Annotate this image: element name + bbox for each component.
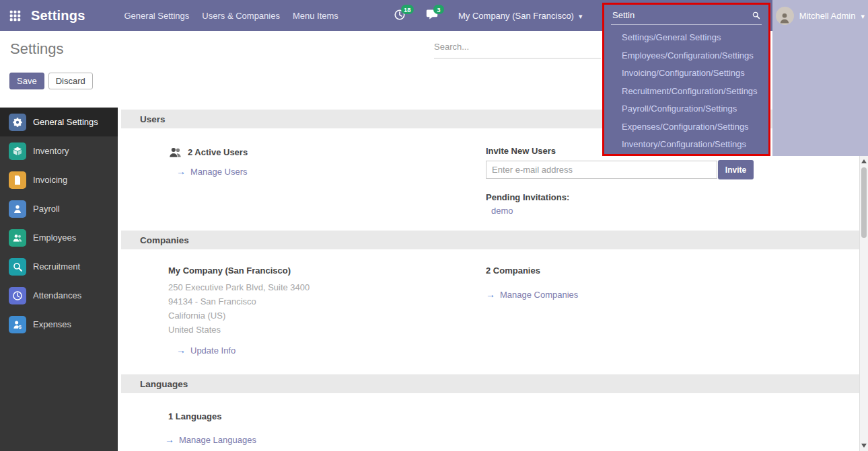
sidebar-item-label: Employees [33,233,76,243]
users-icon [168,145,182,159]
menu-search-result[interactable]: Expenses/Configuration/Settings [604,118,768,136]
languages-count: 1 Languages [168,411,221,421]
menu-search-result[interactable]: Inventory/Configuration/Settings [604,136,768,154]
company-switcher-label: My Company (San Francisco) [458,11,574,21]
document-icon [9,171,26,189]
caret-down-icon [861,11,865,21]
invite-email-field[interactable] [486,161,717,179]
people-icon [9,229,26,247]
avatar [776,7,794,25]
menu-search-results: Settings/General SettingsEmployees/Confi… [604,29,768,154]
company-switcher[interactable]: My Company (San Francisco) [458,11,582,21]
systray: 18 3 My Company (San Francisco) [394,0,582,31]
company-address-line: United States [168,323,310,337]
app-title[interactable]: Settings [31,8,85,24]
sidebar-item-label: General Settings [33,117,98,127]
sidebar-item[interactable]: Employees [0,223,118,252]
company-address-line: California (US) [168,309,310,323]
menu-search-result[interactable]: Payroll/Configuration/Settings [604,100,768,118]
sidebar-item[interactable]: General Settings [0,108,118,136]
sidebar-item-label: Inventory [33,146,69,156]
sidebar-item[interactable]: Attendances [0,281,118,310]
menu-search-dropdown: Settings/General SettingsEmployees/Confi… [602,3,770,156]
companies-count: 2 Companies [486,265,540,276]
gear-icon [9,114,26,131]
sidebar-item[interactable]: Inventory [0,136,118,165]
control-panel-buttons: Save Discard [9,73,93,89]
menu-search-result[interactable]: Settings/General Settings [604,29,768,47]
active-users: 2 Active Users [168,145,248,159]
navbar-menu-item[interactable]: Menu Items [293,11,338,21]
section-header-languages: Languages [121,374,859,393]
navbar-menu-item[interactable]: General Settings [124,11,190,21]
menu-search-result[interactable]: Invoicing/Configuration/Settings [604,65,768,83]
menu-search-result[interactable]: Employees/Configuration/Settings [604,47,768,65]
menu-search-input[interactable] [612,10,733,20]
navbar-menu: General SettingsUsers & CompaniesMenu It… [124,11,338,21]
arrow-right-icon [486,290,495,300]
user-name: Mitchell Admin [799,11,856,21]
user-menu[interactable]: Mitchell Admin [776,0,865,31]
settings-page: Settings General SettingsUsers & Compani… [0,0,868,451]
caret-down-icon [579,11,583,21]
messages-bubble-icon[interactable]: 3 [426,9,439,22]
invite-button[interactable]: Invite [718,160,754,179]
discard-button[interactable]: Discard [48,73,93,89]
save-button[interactable]: Save [9,73,44,89]
sidebar-item[interactable]: Expenses [0,310,118,339]
company-address-line: 250 Executive Park Blvd, Suite 3400 [168,280,310,294]
sidebar-item[interactable]: Invoicing [0,165,118,194]
company-name: My Company (San Francisco) [168,265,291,276]
person-icon [9,200,26,218]
sidebar-item-label: Recruitment [33,261,80,272]
arrow-right-icon [165,435,174,445]
company-address: 250 Executive Park Blvd, Suite 340094134… [168,280,310,337]
manage-users-link[interactable]: Manage Users [176,167,248,177]
sidebar-item-label: Payroll [33,204,60,214]
manage-companies-link[interactable]: Manage Companies [486,290,578,300]
pending-invitations-label: Pending Invitations: [486,192,569,202]
scrollbar-thumb[interactable] [861,167,867,238]
dollar-person-icon [9,316,26,333]
menu-search-bar [611,8,762,25]
apps-grid-icon[interactable] [0,0,30,31]
sidebar-item[interactable]: Payroll [0,194,118,223]
menu-search-result[interactable]: Recruitment/Configuration/Settings [604,83,768,101]
scroll-up-arrow-icon[interactable] [861,159,867,163]
manage-languages-link[interactable]: Manage Languages [165,435,256,445]
pending-invite-link[interactable]: demo [491,206,513,216]
navbar-menu-item[interactable]: Users & Companies [202,11,280,21]
active-users-label: 2 Active Users [188,147,248,157]
message-count-badge: 3 [433,5,444,14]
arrow-right-icon [176,345,186,356]
sidebar-item-label: Invoicing [33,175,67,185]
sidebar-item[interactable]: Recruitment [0,252,118,281]
settings-sidebar: General Settings Inventory Invoicing [0,108,118,451]
box-icon [9,142,26,160]
update-info-link[interactable]: Update Info [176,345,236,356]
arrow-right-icon [176,167,186,177]
scroll-down-arrow-icon[interactable] [861,444,867,448]
page-title: Settings [10,40,64,58]
search-icon [752,11,760,19]
activity-count-badge: 18 [401,5,414,14]
vertical-scrollbar [859,156,868,451]
sidebar-item-label: Attendances [33,290,81,300]
settings-content: Users 2 Active Users Manage Users Invite… [118,108,859,451]
sidebar-item-label: Expenses [33,319,71,329]
search-input[interactable] [434,40,601,58]
section-companies: My Company (San Francisco) 250 Executive… [118,249,859,374]
magnifier-icon [9,258,26,276]
activities-clock-icon[interactable]: 18 [394,9,407,22]
invite-new-users-label: Invite New Users [486,146,556,156]
control-panel-search [434,40,601,58]
section-header-companies: Companies [121,231,859,249]
section-languages: 1 Languages Manage Languages [118,393,859,451]
clock-icon [9,287,26,304]
company-address-line: 94134 - San Francisco [168,294,310,309]
invite-row: Invite [486,160,754,179]
